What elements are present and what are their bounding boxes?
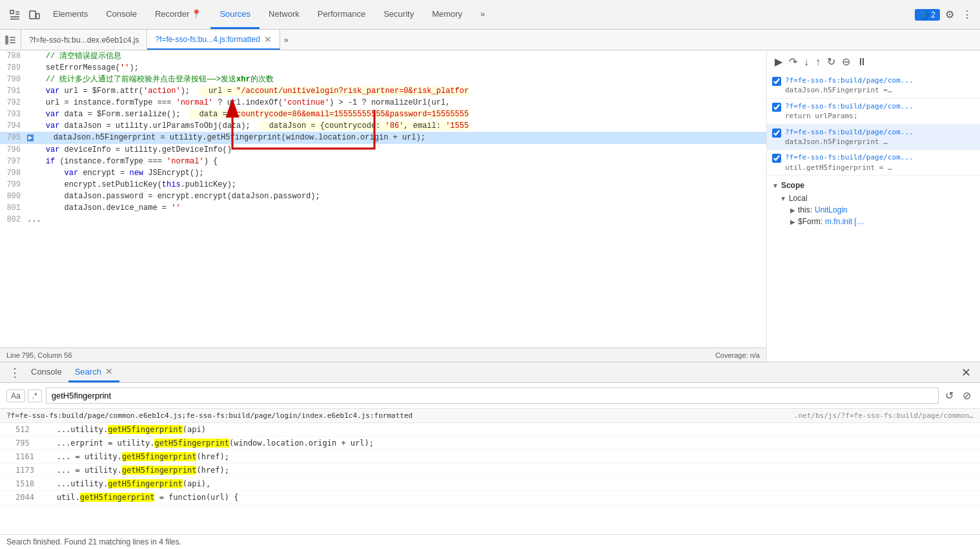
bottom-panel-more-btn[interactable]: ⋮ (5, 363, 25, 382)
breakpoint-checkbox-1[interactable] (772, 77, 781, 86)
search-result-512[interactable]: 512 ...utility.getH5fingerprint(api) (0, 423, 980, 437)
issues-badge-btn[interactable]: 🔵 2 (915, 9, 940, 21)
tab-elements[interactable]: Elements (44, 0, 97, 29)
svg-rect-9 (10, 39, 15, 41)
scope-this[interactable]: ▶ this: UnitLogin (767, 204, 980, 216)
bottom-panel-close-btn[interactable]: ✕ (957, 364, 975, 381)
toolbar-right: 🔵 2 ⚙ ⋮ (915, 6, 975, 23)
resume-btn[interactable]: ▶ (772, 53, 785, 70)
search-toolbar: Aa .* ↺ ⊘ (0, 383, 980, 409)
bottom-tab-console[interactable]: Console (25, 362, 68, 382)
code-line-798: 798 var encrypt = new JSEncrypt(); (0, 167, 766, 179)
code-line-794: 794 var dataJson = utility.urlParamsToOb… (0, 120, 766, 132)
breakpoint-checkbox-3[interactable] (772, 129, 781, 138)
bottom-panel: ⋮ Console Search ✕ ✕ Aa .* ↺ ⊘ ?f=fe-sso… (0, 362, 980, 549)
breakpoint-checkbox-4[interactable] (772, 154, 781, 163)
search-file-path: ?f=fe-sso-fs:build/page/common.e6eb1c4.j… (6, 411, 413, 420)
use-regexp-btn[interactable]: .* (28, 389, 42, 402)
sidebar-toggle-btn[interactable] (0, 30, 21, 50)
step-btn[interactable]: ↻ (824, 53, 838, 70)
settings-btn[interactable]: ⚙ (943, 6, 957, 23)
search-options: Aa .* (6, 389, 42, 402)
more-options-btn[interactable]: ⋮ (959, 6, 975, 23)
code-line-797: 797 if (instance.formType === 'normal') … (0, 156, 766, 167)
svg-rect-10 (10, 42, 15, 43)
clear-search-btn[interactable]: ⊘ (960, 387, 974, 404)
code-line-801: 801 dataJson.device_name = '' (0, 202, 766, 214)
search-result-1173[interactable]: 1173 ... = utility.getH5fingerprint(href… (0, 464, 980, 477)
tab-recorder[interactable]: Recorder 📍 (146, 0, 210, 29)
search-tab-close-btn[interactable]: ✕ (105, 366, 113, 377)
breakpoint-checkbox-2[interactable] (772, 103, 781, 112)
code-line-789: 789 setErrorMessage(''); (0, 62, 766, 74)
svg-rect-6 (36, 14, 39, 19)
issues-icon: 🔵 (919, 10, 929, 19)
device-toggle-btn[interactable] (25, 6, 44, 23)
code-line-802: 802 ... (0, 214, 766, 225)
scope-section: ▼ Scope ▼ Local ▶ this: UnitLogin ▶ $For… (767, 176, 980, 230)
code-line-800: 800 dataJson.password = encrypt.encrypt(… (0, 191, 766, 202)
search-result-795[interactable]: 795 ...erprint = utility.getH5fingerprin… (0, 437, 980, 450)
code-editor: 788 // 清空错误提示信息 789 setErrorMessage('');… (0, 50, 767, 362)
search-file-header: ?f=fe-sso-fs:build/page/common.e6eb1c4.j… (0, 409, 980, 423)
search-result-1161[interactable]: 1161 ... = utility.getH5fingerprint(href… (0, 450, 980, 464)
this-expand-icon: ▶ (790, 207, 795, 214)
svg-rect-5 (30, 11, 36, 19)
match-case-btn[interactable]: Aa (6, 389, 25, 402)
breakpoint-item-2[interactable]: ?f=fe-sso-fs:build/page/com... return ur… (767, 99, 980, 125)
code-line-796: 796 var deviceInfo = utility.getDeviceIn… (0, 144, 766, 156)
tab-overflow[interactable]: » (471, 0, 494, 29)
local-label: Local (789, 194, 808, 203)
breakpoint-item-4[interactable]: ?f=fe-sso-fs:build/page/com... util.getH… (767, 150, 980, 176)
right-panel: ▶ ↷ ↓ ↑ ↻ ⊖ ⏸ ?f=fe-sso-fs:build/page/co… (767, 50, 980, 362)
code-line-793: 793 var data = $Form.serialize(); data =… (0, 109, 766, 120)
tab-memory[interactable]: Memory (423, 0, 471, 29)
tab-performance[interactable]: Performance (309, 0, 374, 29)
svg-rect-7 (5, 36, 8, 45)
search-status: Search finished. Found 21 matching lines… (0, 534, 980, 549)
breakpoint-item-3[interactable]: ?f=fe-sso-fs:build/page/com... dataJson.… (767, 125, 980, 150)
file-tab-close-btn[interactable]: ✕ (264, 34, 272, 45)
code-line-790: 790 // 统计多少人通过了前端校验并点击登录按钮——>发送xhr的次数 (0, 74, 766, 85)
code-line-788: 788 // 清空错误提示信息 (0, 50, 766, 62)
file-tab-overflow[interactable]: » (280, 30, 292, 50)
step-over-btn[interactable]: ↷ (786, 53, 800, 70)
code-status-bar: Line 795, Column 56 Coverage: n/a (0, 347, 766, 362)
local-collapse-icon: ▼ (780, 195, 786, 202)
code-content[interactable]: 788 // 清空错误提示信息 789 setErrorMessage('');… (0, 50, 766, 347)
inspect-element-btn[interactable] (5, 6, 25, 23)
step-into-btn[interactable]: ↓ (801, 54, 812, 70)
pause-on-exceptions-btn[interactable]: ⏸ (854, 54, 870, 70)
scope-local-header[interactable]: ▼ Local (767, 192, 980, 204)
breakpoint-item-1[interactable]: ?f=fe-sso-fs:build/page/com... dataJson.… (767, 73, 980, 99)
debug-toolbar: ▶ ↷ ↓ ↑ ↻ ⊖ ⏸ (767, 50, 980, 73)
search-panel: Aa .* ↺ ⊘ ?f=fe-sso-fs:build/page/common… (0, 383, 980, 549)
file-tab-2[interactable]: ?f=fe-sso-fs:bu...4.js:formatted ✕ (147, 30, 280, 50)
step-out-btn[interactable]: ↑ (813, 54, 823, 70)
issues-count: 2 (931, 10, 935, 19)
scope-header[interactable]: ▼ Scope (767, 178, 980, 192)
tab-security[interactable]: Security (374, 0, 423, 29)
main-area: 788 // 清空错误提示信息 789 setErrorMessage('');… (0, 50, 980, 362)
code-line-791: 791 var url = $Form.attr('action'); url … (0, 85, 766, 97)
svg-rect-0 (10, 10, 14, 14)
form-expand-icon: ▶ (790, 218, 795, 225)
tab-sources[interactable]: Sources (210, 0, 260, 29)
scope-label: Scope (781, 181, 804, 190)
scope-form[interactable]: ▶ $Form: m.fn.init [… (767, 216, 980, 227)
tab-console[interactable]: Console (97, 0, 146, 29)
deactivate-breakpoints-btn[interactable]: ⊖ (839, 53, 853, 70)
tab-network[interactable]: Network (260, 0, 309, 29)
breakpoint-list: ?f=fe-sso-fs:build/page/com... dataJson.… (767, 73, 980, 176)
main-tab-nav: Elements Console Recorder 📍 Sources Netw… (44, 0, 494, 29)
devtools-toolbar: Elements Console Recorder 📍 Sources Netw… (0, 0, 980, 30)
bottom-tab-search[interactable]: Search ✕ (68, 362, 119, 382)
refresh-search-btn[interactable]: ↺ (943, 387, 956, 404)
cursor-position: Line 795, Column 56 (6, 351, 72, 359)
search-result-2044[interactable]: 2044 util.getH5fingerprint = function(ur… (0, 491, 980, 504)
search-result-1518[interactable]: 1518 ...utility.getH5fingerprint(api), (0, 477, 980, 491)
search-results[interactable]: ?f=fe-sso-fs:build/page/common.e6eb1c4.j… (0, 409, 980, 534)
bottom-tabs-bar: ⋮ Console Search ✕ ✕ (0, 362, 980, 383)
file-tab-1[interactable]: ?f=fe-sso-fs:bu...dex.e6eb1c4.js (21, 30, 147, 50)
search-input[interactable] (46, 388, 939, 404)
